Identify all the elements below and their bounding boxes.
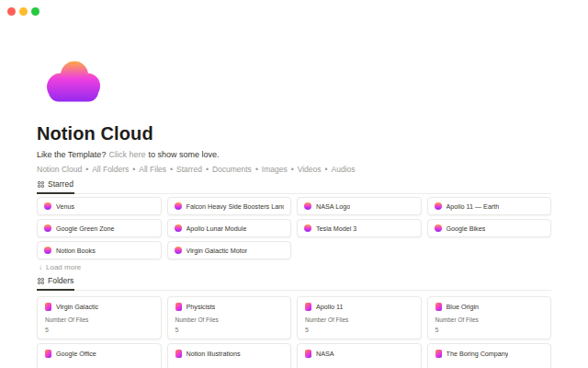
- breadcrumb-nav: Notion Cloud • All Folders • All Files •…: [37, 165, 356, 174]
- files-count-value: 5: [305, 327, 413, 333]
- folder-card-title: The Boring Company: [447, 350, 509, 358]
- starred-card-title: Google Green Zone: [56, 224, 115, 233]
- files-count-label: Number Of Files: [305, 316, 413, 323]
- starred-card[interactable]: Google Green Zone: [37, 219, 162, 237]
- gallery-grid-icon: [38, 278, 44, 284]
- starred-card[interactable]: Tesla Model 3: [297, 219, 422, 237]
- files-count-label: Number Of Files: [45, 316, 153, 323]
- nav-separator: •: [85, 165, 88, 174]
- folder-card-title: Apollo 11: [316, 303, 343, 311]
- nav-separator: •: [291, 165, 294, 174]
- nav-item-images[interactable]: Images: [262, 165, 288, 174]
- gradient-dot-icon: [435, 224, 442, 232]
- tagline-suffix: to show some love.: [148, 150, 219, 159]
- zoom-window-button[interactable]: [31, 7, 40, 16]
- nav-item-all-folders[interactable]: All Folders: [92, 165, 129, 174]
- gradient-folder-icon: [45, 303, 51, 311]
- folder-card-title: Blue Origin: [447, 303, 480, 311]
- close-window-button[interactable]: [7, 7, 16, 16]
- folder-card[interactable]: Blue Origin Number Of Files 5: [427, 296, 552, 339]
- gradient-dot-icon: [44, 247, 51, 254]
- page-title: Notion Cloud: [37, 122, 153, 144]
- gradient-dot-icon: [175, 224, 182, 232]
- gradient-dot-icon: [304, 224, 311, 232]
- gradient-folder-icon: [435, 350, 442, 358]
- starred-card[interactable]: Falcon Heavy Side Boosters Landings: [167, 197, 292, 215]
- folder-card[interactable]: The Boring Company: [427, 343, 552, 368]
- folder-card-title: NASA: [316, 350, 334, 358]
- starred-card-title: Apollo Lunar Module: [187, 224, 247, 233]
- folder-card[interactable]: Physicists Number Of Files 5: [167, 296, 292, 339]
- gradient-folder-icon: [435, 303, 442, 311]
- starred-gallery: Venus Falcon Heavy Side Boosters Landing…: [37, 197, 551, 259]
- starred-card[interactable]: NASA Logo: [297, 197, 422, 215]
- tagline-prefix: Like the Template?: [37, 150, 106, 159]
- starred-card[interactable]: Venus: [37, 197, 162, 215]
- starred-card-title: Venus: [56, 202, 74, 211]
- files-count-label: Number Of Files: [435, 316, 544, 323]
- starred-card[interactable]: Notion Books: [37, 241, 162, 259]
- files-count-value: 5: [45, 327, 153, 333]
- folder-card-title: Virgin Galactic: [56, 303, 98, 311]
- gradient-folder-icon: [305, 350, 311, 358]
- gallery-grid-icon: [38, 181, 44, 188]
- gradient-dot-icon: [175, 202, 182, 210]
- nav-item-videos[interactable]: Videos: [298, 165, 322, 174]
- minimize-window-button[interactable]: [19, 7, 28, 16]
- tab-starred[interactable]: Starred: [37, 179, 74, 194]
- nav-item-all-files[interactable]: All Files: [139, 165, 166, 174]
- starred-card-title: Google Bikes: [447, 224, 486, 233]
- folder-card-title: Google Office: [56, 350, 96, 358]
- gradient-dot-icon: [175, 247, 182, 254]
- tab-starred-label: Starred: [48, 179, 74, 189]
- nav-item-notion-cloud[interactable]: Notion Cloud: [37, 165, 82, 174]
- folder-card[interactable]: Google Office: [37, 343, 162, 368]
- gradient-folder-icon: [305, 303, 311, 311]
- load-more-label: Load more: [46, 263, 81, 271]
- files-count-value: 5: [435, 327, 544, 333]
- nav-item-documents[interactable]: Documents: [212, 165, 252, 174]
- starred-card-title: Tesla Model 3: [316, 224, 356, 233]
- starred-card[interactable]: Apollo Lunar Module: [167, 219, 292, 237]
- down-arrow-icon: ↓: [39, 263, 42, 271]
- folder-card[interactable]: Apollo 11 Number Of Files 5: [297, 296, 422, 339]
- gradient-dot-icon: [304, 202, 311, 210]
- click-here-link[interactable]: Click here: [108, 150, 145, 159]
- cloud-page-icon[interactable]: [47, 60, 100, 102]
- folder-card-title: Physicists: [187, 303, 216, 311]
- nav-separator: •: [325, 165, 328, 174]
- gradient-folder-icon: [45, 350, 51, 358]
- starred-tabbar: Starred: [37, 179, 551, 194]
- starred-card-title: Virgin Galactic Motor: [187, 247, 248, 255]
- tab-folders-label: Folders: [48, 276, 74, 285]
- folder-card[interactable]: Notion Illustrations: [167, 343, 292, 368]
- window-controls: [7, 7, 40, 16]
- starred-card-title: NASA Logo: [316, 202, 350, 211]
- nav-item-audios[interactable]: Audios: [332, 165, 356, 174]
- folders-tabbar: Folders: [37, 276, 551, 291]
- folder-card[interactable]: NASA: [297, 343, 422, 368]
- starred-card-title: Apollo 11 — Earth: [447, 202, 500, 211]
- gradient-folder-icon: [175, 303, 182, 311]
- folder-card-title: Notion Illustrations: [187, 350, 241, 358]
- nav-separator: •: [206, 165, 209, 174]
- gradient-dot-icon: [44, 224, 51, 232]
- starred-card-title: Falcon Heavy Side Boosters Landings: [187, 202, 285, 211]
- starred-card[interactable]: Virgin Galactic Motor: [167, 241, 292, 259]
- folder-card[interactable]: Virgin Galactic Number Of Files 5: [37, 296, 162, 339]
- starred-card[interactable]: Google Bikes: [427, 219, 552, 237]
- files-count-value: 5: [175, 327, 284, 333]
- load-more-button[interactable]: ↓ Load more: [39, 263, 81, 271]
- nav-separator: •: [170, 165, 173, 174]
- files-count-label: Number Of Files: [175, 316, 284, 323]
- gradient-dot-icon: [435, 202, 442, 210]
- starred-card[interactable]: Apollo 11 — Earth: [427, 197, 552, 215]
- nav-item-starred[interactable]: Starred: [176, 165, 202, 174]
- tab-folders[interactable]: Folders: [37, 276, 74, 291]
- folders-gallery: Virgin Galactic Number Of Files 5 Physic…: [37, 296, 551, 368]
- nav-separator: •: [255, 165, 258, 174]
- gradient-folder-icon: [175, 350, 182, 358]
- starred-card-title: Notion Books: [56, 247, 96, 255]
- gradient-dot-icon: [44, 202, 51, 210]
- nav-separator: •: [132, 165, 135, 174]
